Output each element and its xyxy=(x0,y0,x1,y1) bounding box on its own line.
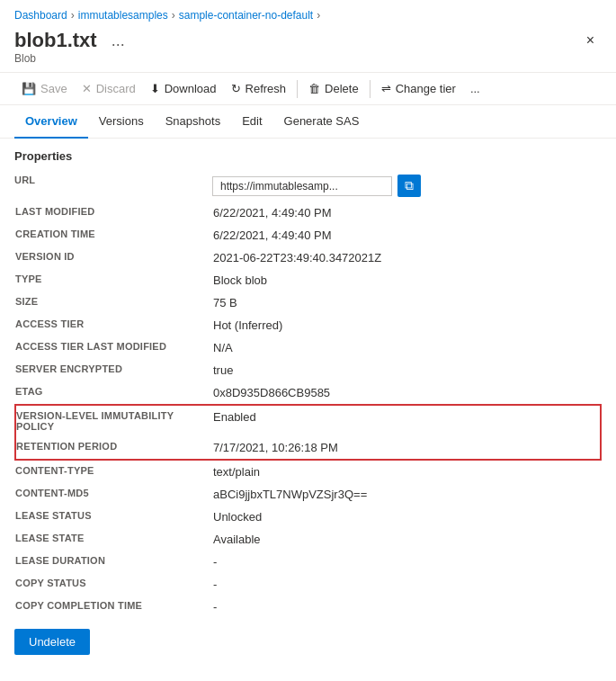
property-value: 2021-06-22T23:49:40.3472021Z xyxy=(213,246,601,269)
property-key: CREATION TIME xyxy=(15,224,213,246)
property-key: ETAG xyxy=(15,381,213,405)
property-value: true xyxy=(213,359,601,381)
properties-rows-table: LAST MODIFIED6/22/2021, 4:49:40 PMCREATI… xyxy=(14,202,602,618)
property-value: - xyxy=(213,573,601,596)
property-value: Block blob xyxy=(213,269,601,291)
property-key: COPY STATUS xyxy=(15,573,213,596)
discard-icon: ✕ xyxy=(82,82,92,95)
property-value: Unlocked xyxy=(213,506,601,528)
title-ellipsis-button[interactable]: ... xyxy=(106,30,130,52)
download-label: Download xyxy=(165,82,217,95)
property-key: RETENTION PERIOD xyxy=(15,436,213,460)
close-button[interactable]: × xyxy=(579,29,602,52)
content-area: Properties URL ⧉ LAST MODIFIED6/22/2021,… xyxy=(0,139,616,666)
table-row: LEASE STATEAvailable xyxy=(15,528,601,551)
title-row: blob1.txt ... × xyxy=(0,25,616,52)
property-value: 6/22/2021, 4:49:40 PM xyxy=(213,224,601,246)
table-row: LEASE DURATION- xyxy=(15,551,601,573)
table-row: COPY COMPLETION TIME- xyxy=(15,596,601,618)
change-tier-icon: ⇌ xyxy=(381,82,391,95)
tab-versions[interactable]: Versions xyxy=(88,105,155,139)
breadcrumb-dashboard[interactable]: Dashboard xyxy=(14,9,67,22)
property-key: VERSION-LEVEL IMMUTABILITY POLICY xyxy=(15,405,213,436)
property-value: Enabled xyxy=(213,405,601,436)
breadcrumb-sep-1: › xyxy=(71,9,75,22)
table-row: LEASE STATUSUnlocked xyxy=(15,506,601,528)
table-row: TYPEBlock blob xyxy=(15,269,601,291)
more-button[interactable]: ... xyxy=(463,78,487,99)
delete-button[interactable]: 🗑 Delete xyxy=(301,78,366,99)
property-value: Available xyxy=(213,528,601,551)
properties-table: URL ⧉ xyxy=(14,170,602,202)
table-row: SERVER ENCRYPTEDtrue xyxy=(15,359,601,381)
change-tier-label: Change tier xyxy=(396,82,456,95)
url-input[interactable] xyxy=(212,176,392,196)
property-key: CONTENT-TYPE xyxy=(15,460,213,483)
property-value: - xyxy=(213,596,601,618)
property-value: text/plain xyxy=(213,460,601,483)
property-key: LAST MODIFIED xyxy=(15,202,213,224)
property-key: CONTENT-MD5 xyxy=(15,483,213,506)
delete-label: Delete xyxy=(325,82,359,95)
download-button[interactable]: ⬇ Download xyxy=(143,78,224,99)
table-row: COPY STATUS- xyxy=(15,573,601,596)
breadcrumb-immutablesamples[interactable]: immutablesamples xyxy=(78,9,168,22)
page-title: blob1.txt xyxy=(14,29,97,52)
table-row: RETENTION PERIOD7/17/2021, 10:26:18 PM xyxy=(15,436,601,460)
save-label: Save xyxy=(40,82,67,95)
table-row: CONTENT-MD5aBCi9jjbxTL7NWpVZSjr3Q== xyxy=(15,483,601,506)
property-value: 7/17/2021, 10:26:18 PM xyxy=(213,436,601,460)
properties-section-title: Properties xyxy=(14,149,602,163)
toolbar-separator xyxy=(297,80,298,98)
table-row: SIZE75 B xyxy=(15,291,601,314)
download-icon: ⬇ xyxy=(150,82,160,95)
table-row: CREATION TIME6/22/2021, 4:49:40 PM xyxy=(15,224,601,246)
discard-label: Discard xyxy=(96,82,136,95)
copy-url-button[interactable]: ⧉ xyxy=(397,175,421,197)
refresh-label: Refresh xyxy=(246,82,287,95)
toolbar: 💾 Save ✕ Discard ⬇ Download ↻ Refresh 🗑 … xyxy=(0,72,616,105)
property-key-url: URL xyxy=(14,170,212,202)
tab-snapshots[interactable]: Snapshots xyxy=(155,105,231,139)
property-key: VERSION ID xyxy=(15,246,213,269)
property-row-url: URL ⧉ xyxy=(14,170,602,202)
tab-overview[interactable]: Overview xyxy=(14,105,88,139)
table-row: VERSION-LEVEL IMMUTABILITY POLICYEnabled xyxy=(15,405,601,436)
property-value-url: ⧉ xyxy=(212,170,602,202)
table-row: CONTENT-TYPEtext/plain xyxy=(15,460,601,483)
tabs: Overview Versions Snapshots Edit Generat… xyxy=(0,105,616,139)
table-row: ACCESS TIERHot (Inferred) xyxy=(15,314,601,336)
property-key: LEASE DURATION xyxy=(15,551,213,573)
table-row: ACCESS TIER LAST MODIFIEDN/A xyxy=(15,336,601,359)
property-key: LEASE STATUS xyxy=(15,506,213,528)
save-button[interactable]: 💾 Save xyxy=(14,78,75,99)
table-row: LAST MODIFIED6/22/2021, 4:49:40 PM xyxy=(15,202,601,224)
property-key: ACCESS TIER xyxy=(15,314,213,336)
discard-button[interactable]: ✕ Discard xyxy=(75,78,143,99)
save-icon: 💾 xyxy=(22,82,36,95)
toolbar-separator-2 xyxy=(370,80,370,98)
refresh-button[interactable]: ↻ Refresh xyxy=(224,78,294,99)
breadcrumb: Dashboard › immutablesamples › sample-co… xyxy=(0,0,616,25)
table-row: VERSION ID2021-06-22T23:49:40.3472021Z xyxy=(15,246,601,269)
property-value: 6/22/2021, 4:49:40 PM xyxy=(213,202,601,224)
breadcrumb-container[interactable]: sample-container-no-default xyxy=(179,9,313,22)
undelete-button[interactable]: Undelete xyxy=(14,629,90,655)
property-key: TYPE xyxy=(15,269,213,291)
property-value: - xyxy=(213,551,601,573)
table-row: ETAG0x8D935D866CB9585 xyxy=(15,381,601,405)
property-key: ACCESS TIER LAST MODIFIED xyxy=(15,336,213,359)
property-value: 0x8D935D866CB9585 xyxy=(213,381,601,405)
subtitle: Blob xyxy=(0,52,616,72)
change-tier-button[interactable]: ⇌ Change tier xyxy=(374,78,463,99)
tab-generate-sas[interactable]: Generate SAS xyxy=(273,105,370,139)
property-key: SERVER ENCRYPTED xyxy=(15,359,213,381)
delete-icon: 🗑 xyxy=(308,82,320,95)
property-value: N/A xyxy=(213,336,601,359)
breadcrumb-sep-3: › xyxy=(317,9,320,22)
tab-edit[interactable]: Edit xyxy=(231,105,272,139)
property-value: Hot (Inferred) xyxy=(213,314,601,336)
property-key: COPY COMPLETION TIME xyxy=(15,596,213,618)
property-value: aBCi9jjbxTL7NWpVZSjr3Q== xyxy=(213,483,601,506)
refresh-icon: ↻ xyxy=(231,82,241,95)
